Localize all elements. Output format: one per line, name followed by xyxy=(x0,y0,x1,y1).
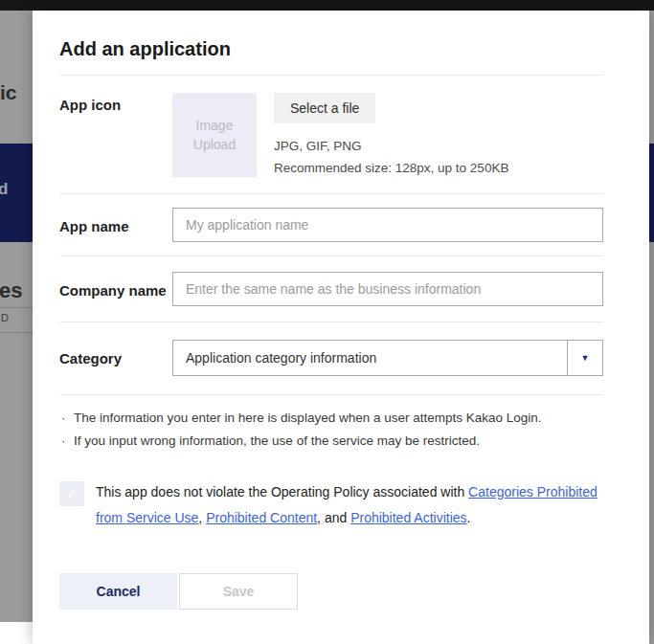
upload-meta: Select a file JPG, GIF, PNG Recommended … xyxy=(274,93,508,180)
app-icon-field: Image Upload Select a file JPG, GIF, PNG… xyxy=(172,93,603,180)
backdrop-text-fragment: D xyxy=(1,312,9,323)
backdrop-divider xyxy=(0,307,33,308)
note-text: If you input wrong information, the use … xyxy=(74,430,480,453)
backdrop-left-strip: ic d es D xyxy=(0,11,33,622)
bullet-icon: · xyxy=(59,407,74,430)
app-name-input[interactable] xyxy=(172,208,603,242)
add-application-dialog: Add an application App icon Image Upload… xyxy=(33,11,649,644)
note-text: The information you enter in here is dis… xyxy=(74,407,542,430)
cancel-button[interactable]: Cancel xyxy=(59,573,177,610)
note-item: · If you input wrong information, the us… xyxy=(59,430,603,453)
policy-text-segment: . xyxy=(467,510,471,525)
notes-section: · The information you enter in here is d… xyxy=(59,394,603,453)
dialog-actions: Cancel Save xyxy=(59,573,603,610)
policy-checkbox[interactable]: ✓ xyxy=(59,481,84,506)
category-selected-value: Application category information xyxy=(173,341,567,375)
select-file-button[interactable]: Select a file xyxy=(274,93,375,123)
company-name-label: Company name xyxy=(59,272,172,306)
policy-agreement-row: ✓ This app does not violate the Operatin… xyxy=(59,479,603,531)
chevron-down-icon[interactable]: ▼ xyxy=(567,341,602,375)
link-prohibited-activities[interactable]: Prohibited Activities xyxy=(350,510,466,525)
category-label: Category xyxy=(59,340,172,376)
screen: ic d es D Add an application App icon Im… xyxy=(0,0,654,644)
backdrop-text-fragment: d xyxy=(0,180,8,199)
image-upload-dropzone[interactable]: Image Upload xyxy=(172,93,257,177)
upload-placeholder-line: Image xyxy=(196,116,234,135)
policy-text-segment: , xyxy=(198,510,206,525)
app-name-label: App name xyxy=(59,208,172,242)
upload-placeholder-line: Upload xyxy=(193,135,236,154)
link-prohibited-content[interactable]: Prohibited Content xyxy=(206,510,317,525)
policy-text-segment: This app does not violate the Operating … xyxy=(96,484,468,500)
recommended-size-text: Recommended size: 128px, up to 250KB xyxy=(274,158,508,180)
app-icon-label: App icon xyxy=(59,93,172,180)
dialog-title: Add an application xyxy=(59,36,603,61)
backdrop-left-bottom xyxy=(0,622,33,644)
save-button[interactable]: Save xyxy=(179,573,298,610)
backdrop-divider xyxy=(0,332,33,333)
backdrop-text-fragment: ic xyxy=(0,81,17,104)
app-name-row: App name xyxy=(59,193,603,255)
note-item: · The information you enter in here is d… xyxy=(59,407,603,430)
backdrop-right-strip xyxy=(649,11,654,644)
app-icon-row: App icon Image Upload Select a file JPG,… xyxy=(59,75,603,193)
bullet-icon: · xyxy=(59,430,74,453)
policy-statement: This app does not violate the Operating … xyxy=(96,479,603,531)
company-name-input[interactable] xyxy=(172,272,603,306)
backdrop-hero-band xyxy=(649,144,654,242)
category-row: Category Application category informatio… xyxy=(59,322,603,394)
browser-top-bar xyxy=(0,0,654,11)
company-name-row: Company name xyxy=(59,255,603,322)
backdrop-text-fragment: es xyxy=(0,278,22,303)
category-select[interactable]: Application category information ▼ xyxy=(172,340,603,376)
check-icon: ✓ xyxy=(66,485,79,502)
allowed-formats-text: JPG, GIF, PNG xyxy=(274,136,508,158)
policy-text-segment: , and xyxy=(317,510,350,525)
